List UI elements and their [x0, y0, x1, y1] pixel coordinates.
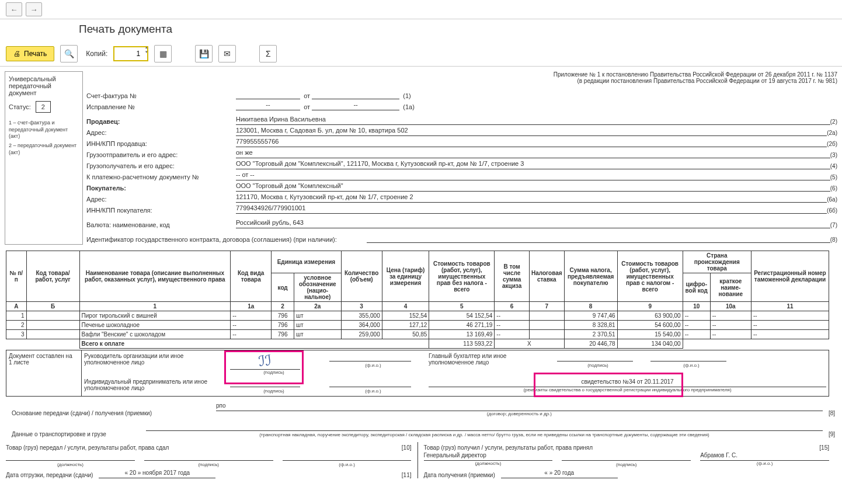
h-10a: 10а — [710, 302, 751, 311]
print-button[interactable]: 🖨 Печать — [6, 46, 54, 61]
h-7: 7 — [529, 302, 564, 311]
paydoc-label: К платежно-расчетному документу № — [86, 173, 236, 180]
ref-11: [11] — [402, 472, 412, 478]
h-8: 8 — [564, 302, 617, 311]
basis-label: Основание передачи (сдачи) / получения (… — [12, 410, 210, 416]
ref-10: [10] — [402, 444, 412, 451]
director-val: Генеральный директор — [424, 452, 553, 461]
col-qty: Коли­чество (объем) — [341, 251, 382, 302]
forward-button[interactable]: → — [26, 2, 42, 16]
sheets: 1 листе — [9, 359, 29, 366]
document-header: Приложение № 1 к постановлению Правитель… — [86, 71, 837, 245]
addr-label: Адрес: — [86, 129, 236, 136]
correction-val: -- — [236, 101, 300, 110]
totals-sum: 113 593,22 — [429, 339, 495, 349]
position-cap-2: (должность) — [424, 461, 553, 466]
contract-label: Идентификатор государственного контракта… — [86, 236, 367, 243]
ref-15: [15] — [819, 444, 829, 451]
addr-val: 123001, Москва г, Садовая Б. ул, дом № 1… — [236, 127, 827, 136]
ref-1a: (1а) — [403, 103, 415, 110]
buyer-label: Покупатель: — [86, 185, 126, 192]
from-label: от — [304, 92, 310, 99]
invoice-label: Счет-фактура № — [86, 92, 236, 99]
position-cap-1: (должность) — [6, 462, 135, 467]
col-total: Стоимость товаров (работ, услуг), имущес… — [617, 251, 683, 302]
binn-val: 7799434926/779901001 — [236, 204, 827, 214]
accountant-label: Главный бухгалтер или иное уполномоченно… — [429, 353, 545, 375]
items-table: № п/п Код товара/ работ, услуг Наименова… — [6, 251, 829, 349]
totals-total: 134 040,00 — [617, 339, 683, 349]
doc-compiled: Документ составлен на — [9, 353, 72, 359]
ship-date-val: « 20 » ноября 2017 года — [99, 470, 215, 478]
ref-5: (5) — [830, 174, 837, 180]
ref-8b: [8] — [829, 410, 835, 416]
corr-from: от — [304, 103, 310, 110]
ref-2: (2) — [830, 119, 837, 125]
fio-caption3: (ф.и.о.) — [329, 388, 417, 394]
signature-block: Документ составлен на 1 листе Руководите… — [6, 350, 829, 397]
table-row: 1Пирог тирольский с вишней--796шт355,000… — [6, 311, 829, 321]
fio-cap-4: (ф.и.о.) — [283, 462, 412, 467]
grid-button[interactable]: ▦ — [154, 45, 172, 62]
ref-8: (8) — [830, 237, 837, 243]
h-2: 2 — [272, 302, 294, 311]
handed-label: Товар (груз) передал / услуги, результат… — [6, 444, 169, 451]
ref-6a: (6а) — [827, 196, 837, 203]
head-label: Руководитель организации или иное уполно… — [84, 353, 218, 375]
sum-button[interactable]: Σ — [259, 45, 277, 62]
doc-type-title: Универсальный передаточный документ — [9, 75, 79, 96]
table-row: 3Вафли "Венские" с шоколадом--796шт259,0… — [6, 330, 829, 339]
ref-3: (3) — [830, 152, 837, 158]
col-excise: В том числе сумма акциза — [495, 251, 530, 302]
sig-cap-5: (подпись) — [562, 462, 691, 467]
print-label: Печать — [24, 50, 47, 58]
left-panel: Универсальный передаточный документ Стат… — [5, 71, 83, 245]
ship-date-label: Дата отгрузки, передачи (сдачи) — [6, 472, 93, 478]
col-kind: Код вида товара — [231, 251, 272, 302]
h-1a: 1а — [231, 302, 272, 311]
seller-label: Продавец: — [86, 118, 120, 125]
preview-button[interactable]: 🔍 — [60, 45, 78, 62]
back-button[interactable]: ← — [6, 2, 22, 16]
save-button[interactable]: 💾 — [195, 45, 213, 62]
sig-caption3: (подпись) — [230, 388, 318, 394]
col-uname: условное обозначе­ние (нацио­нальное) — [294, 273, 341, 302]
col-unit: Единица измерения — [272, 251, 341, 273]
corr-from-val: -- — [312, 101, 399, 110]
h-11: 11 — [751, 302, 829, 311]
col-cname: краткое наиме­нование — [710, 273, 751, 302]
ref-7: (7) — [830, 222, 837, 228]
ref-2b: (2б) — [827, 141, 837, 147]
trans-label: Данные о транспортировке и грузе — [12, 431, 140, 437]
col-decl: Регистрационный номер таможенной деклара… — [751, 251, 829, 302]
fio-caption2: (ф.и.о.) — [650, 363, 732, 368]
ip-label: Индивидуальный предприниматель или иное … — [84, 378, 218, 394]
sig-caption2: (подпись) — [557, 363, 639, 368]
signature-image: ℐℐ — [258, 352, 273, 370]
shipper-val: он же — [236, 149, 830, 158]
fio-caption: (ф.и.о.) — [329, 363, 417, 368]
ref-6b: (6б) — [827, 207, 837, 214]
col-ucode: код — [272, 273, 294, 302]
consignee-val: ООО "Торговый дом "Комплексный", 121170,… — [236, 160, 830, 169]
app-note-2: (в редакции постановления Правительства … — [86, 78, 837, 84]
director-name: Абрамов Г. С. — [700, 452, 829, 461]
col-country: Страна происхождения товара — [683, 251, 751, 273]
legend-1: 1 – счет-фактура и передаточный документ… — [9, 120, 79, 140]
mail-button[interactable]: ✉ — [218, 45, 236, 62]
h-2a: 2а — [294, 302, 341, 311]
correction-label: Исправление № — [86, 103, 236, 110]
shipper-label: Грузоотправитель и его адрес: — [86, 151, 236, 158]
legend-2: 2 – передаточный документ (акт) — [9, 142, 79, 156]
received-label: Товар (груз) получил / услуги, результат… — [424, 444, 593, 451]
copies-input[interactable] — [113, 46, 148, 61]
fio-cap-5: (ф.и.о.) — [700, 461, 829, 466]
col-name: Наименование товара (описание выполненны… — [79, 251, 231, 302]
ref-6: (6) — [830, 185, 837, 192]
ref-1: (1) — [403, 92, 410, 99]
app-note-1: Приложение № 1 к постановлению Правитель… — [86, 71, 837, 78]
currency-val: Российский рубль, 643 — [236, 219, 830, 228]
h-3: 3 — [341, 302, 382, 311]
highlight-certificate — [534, 373, 683, 397]
basis-val: рпо — [216, 402, 823, 411]
